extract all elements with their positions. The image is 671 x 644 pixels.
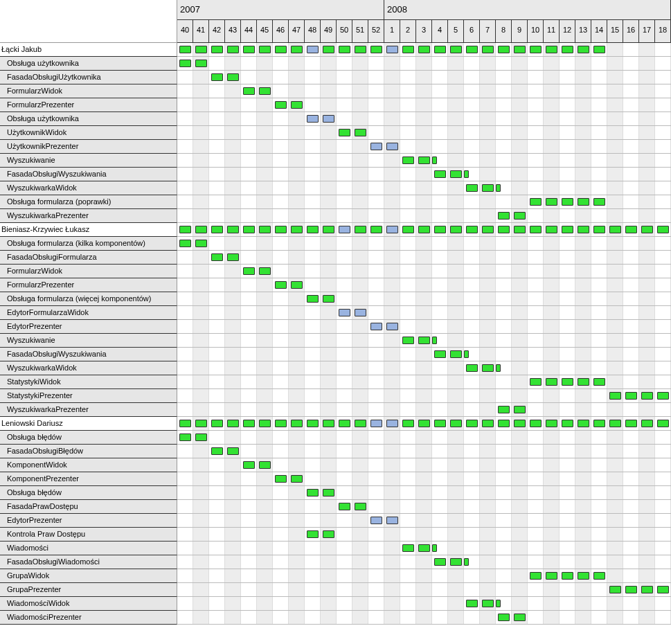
gantt-bar (211, 46, 223, 53)
gantt-bar (578, 572, 589, 580)
gantt-bar (195, 240, 207, 247)
bar-row (177, 583, 671, 597)
week-label: 3 (416, 20, 432, 42)
gantt-bar (482, 226, 494, 233)
gantt-bar (657, 586, 669, 593)
gantt-bar (578, 226, 589, 233)
bar-row (177, 195, 671, 209)
gantt-bar (227, 253, 239, 261)
bar-row (177, 292, 671, 306)
bar-row (177, 458, 671, 472)
gantt-bar (530, 420, 542, 427)
gantt-bar (578, 378, 589, 386)
task-row-label: WyszukiwarkaWidok (0, 181, 177, 195)
bar-row (177, 112, 671, 126)
gantt-bar (195, 46, 207, 53)
gantt-bar (275, 226, 287, 233)
gantt-bar (593, 46, 605, 53)
gantt-bar (432, 544, 437, 552)
bar-row (177, 348, 671, 361)
gantt-bar (323, 530, 334, 538)
gantt-bar (402, 544, 414, 552)
gantt-bar (657, 226, 669, 233)
gantt-bar (179, 226, 191, 233)
gantt-bar (275, 46, 287, 53)
year-label: 2007 (177, 0, 384, 19)
gantt-bar (609, 420, 621, 427)
gantt-bar (625, 392, 637, 400)
week-label: 16 (623, 20, 639, 42)
gantt-bar (578, 420, 589, 427)
gantt-bar (259, 46, 271, 53)
gantt-bar (498, 420, 510, 427)
week-label: 51 (352, 20, 368, 42)
task-label-column: Łącki JakubObsługa użytkownikaFasadaObsł… (0, 0, 177, 625)
gantt-bar (530, 572, 542, 580)
gantt-bar (211, 420, 223, 427)
gantt-bar (562, 572, 573, 580)
gantt-bar (259, 461, 271, 469)
bar-row (177, 223, 671, 237)
gantt-bar (339, 46, 350, 53)
gantt-bar (355, 226, 366, 233)
bar-row (177, 528, 671, 542)
gantt-bar (355, 129, 366, 136)
gantt-bar (339, 309, 350, 316)
gantt-bar (450, 226, 462, 233)
gantt-bar (530, 46, 542, 53)
task-row-label: WiadomościPrezenter (0, 611, 177, 625)
gantt-bar (291, 226, 303, 233)
gantt-bar (562, 378, 573, 386)
gantt-bar (418, 544, 430, 552)
task-row-label: Obsługa błędów (0, 431, 177, 445)
gantt-bar (498, 46, 510, 53)
week-label: 15 (607, 20, 623, 42)
task-row-label: Obsługa formularza (więcej komponentów) (0, 292, 177, 306)
task-row-label: FasadaObsługiWyszukiwania (0, 168, 177, 181)
bar-row (177, 84, 671, 98)
gantt-bar (323, 420, 334, 427)
group-row-label: Łącki Jakub (0, 43, 177, 57)
bar-row (177, 98, 671, 112)
gantt-bar (496, 364, 501, 372)
bar-row (177, 597, 671, 611)
week-label: 45 (257, 20, 273, 42)
bar-row (177, 71, 671, 84)
gantt-bar (386, 323, 398, 330)
gantt-bar (514, 46, 526, 53)
gantt-bar (323, 295, 334, 303)
bar-row (177, 140, 671, 154)
gantt-bar (355, 420, 366, 427)
gantt-bar (307, 46, 319, 53)
gantt-bar (227, 447, 239, 455)
gantt-bar (450, 350, 462, 358)
gantt-bar (291, 46, 303, 53)
gantt-bar (498, 406, 510, 413)
gantt-bar (179, 240, 191, 247)
gantt-bar (464, 350, 469, 358)
task-row-label: FasadaObsługiWyszukiwania (0, 348, 177, 361)
task-row-label: Obsługa formularza (kilka komponentów) (0, 237, 177, 251)
gantt-bar (339, 226, 350, 233)
week-label: 47 (289, 20, 305, 42)
gantt-bar (402, 337, 414, 344)
gantt-bar (434, 350, 446, 358)
week-label: 7 (480, 20, 496, 42)
bar-row (177, 168, 671, 181)
gantt-bar (243, 420, 255, 427)
gantt-bar (243, 461, 255, 469)
gantt-bar (625, 586, 637, 593)
timeline-header: 20072008 4041424344454647484950515212345… (177, 0, 671, 43)
gantt-bar (482, 364, 494, 372)
task-row-label: FasadaObsługiUżytkownika (0, 71, 177, 84)
gantt-bar (179, 433, 191, 441)
gantt-bar (450, 558, 462, 566)
task-row-label: FasadaObsługiWiadomości (0, 555, 177, 569)
gantt-bar (243, 46, 255, 53)
gantt-bar (530, 378, 542, 386)
task-row-label: FasadaObsługiFormularza (0, 251, 177, 265)
group-row-label: Bieniasz-Krzywiec Łukasz (0, 223, 177, 237)
gantt-bar (339, 503, 350, 510)
gantt-bar (195, 420, 207, 427)
gantt-bar (259, 420, 271, 427)
